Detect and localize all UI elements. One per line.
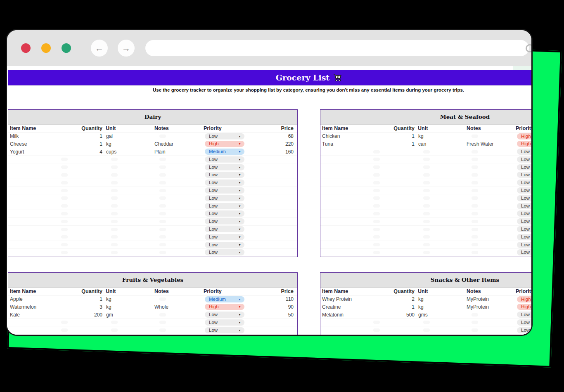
cell-quantity[interactable] (369, 202, 416, 210)
priority-dropdown[interactable]: Low▼ (517, 226, 531, 232)
cell-quantity[interactable]: 500 (369, 311, 416, 319)
cell-unit[interactable] (104, 226, 154, 234)
priority-dropdown[interactable]: Low▼ (205, 172, 244, 178)
cell-quantity[interactable] (369, 194, 416, 202)
cell-price[interactable] (246, 187, 297, 195)
cell-price[interactable]: 50 (246, 311, 297, 319)
priority-dropdown[interactable]: Low▼ (205, 312, 244, 318)
cell-quantity[interactable] (57, 210, 104, 218)
cell-item-name[interactable] (320, 156, 369, 163)
cell-quantity[interactable] (57, 326, 104, 334)
cell-item-name[interactable] (8, 218, 57, 226)
priority-dropdown[interactable]: Low▼ (517, 210, 531, 217)
cell-quantity[interactable]: 1 (369, 303, 416, 311)
cell-quantity[interactable] (369, 241, 416, 249)
cell-notes[interactable] (154, 241, 204, 249)
cell-unit[interactable] (416, 226, 466, 234)
priority-dropdown[interactable]: Low▼ (205, 234, 244, 240)
cell-unit[interactable] (104, 179, 154, 187)
cell-item-name[interactable] (8, 319, 57, 326)
cell-item-name[interactable] (8, 334, 57, 335)
cell-quantity[interactable] (57, 319, 104, 326)
cell-unit[interactable]: gal (104, 132, 154, 140)
cell-price[interactable] (246, 210, 297, 218)
cell-unit[interactable] (104, 218, 154, 226)
cell-item-name[interactable] (8, 202, 57, 210)
cell-unit[interactable]: kg (104, 303, 154, 311)
priority-dropdown[interactable]: Low▼ (205, 226, 244, 232)
priority-dropdown[interactable]: Low▼ (517, 327, 531, 333)
cell-quantity[interactable] (369, 156, 416, 163)
cell-unit[interactable] (104, 171, 154, 179)
cell-quantity[interactable] (57, 194, 104, 202)
cell-notes[interactable] (154, 171, 204, 179)
cell-price[interactable] (246, 226, 297, 234)
cell-notes[interactable] (154, 179, 204, 187)
priority-dropdown[interactable]: Low▼ (205, 179, 244, 186)
cell-quantity[interactable] (369, 326, 416, 334)
cell-unit[interactable] (416, 218, 466, 226)
cell-quantity[interactable]: 2 (369, 295, 416, 303)
cell-notes[interactable] (154, 194, 204, 202)
cell-unit[interactable] (416, 148, 466, 156)
cell-notes[interactable] (466, 179, 516, 187)
cell-item-name[interactable] (8, 163, 57, 171)
cell-quantity[interactable]: 3 (57, 303, 104, 311)
cell-item-name[interactable] (320, 241, 369, 249)
priority-dropdown[interactable]: High▼ (205, 304, 244, 310)
cell-unit[interactable] (416, 156, 466, 163)
cell-quantity[interactable] (369, 171, 416, 179)
cell-quantity[interactable] (369, 163, 416, 171)
cell-notes[interactable] (154, 295, 204, 303)
priority-dropdown[interactable]: Low▼ (517, 242, 531, 248)
priority-dropdown[interactable]: Low▼ (205, 249, 244, 255)
cell-unit[interactable] (104, 156, 154, 163)
cell-price[interactable] (246, 156, 297, 163)
close-window-button[interactable] (21, 43, 31, 53)
cell-unit[interactable] (416, 179, 466, 187)
priority-dropdown[interactable]: Low▼ (205, 203, 244, 209)
cell-item-name[interactable] (8, 156, 57, 163)
priority-dropdown[interactable]: Low▼ (205, 242, 244, 248)
cell-item-name[interactable] (8, 233, 57, 241)
cell-unit[interactable] (416, 241, 466, 249)
cell-unit[interactable] (416, 326, 466, 334)
cell-quantity[interactable] (57, 218, 104, 226)
cell-item-name[interactable] (320, 163, 369, 171)
cell-notes[interactable] (466, 233, 516, 241)
priority-dropdown[interactable]: High▼ (205, 141, 244, 147)
priority-dropdown[interactable]: Low▼ (205, 133, 244, 139)
cell-price[interactable] (246, 194, 297, 202)
cell-notes[interactable] (466, 319, 516, 326)
priority-dropdown[interactable]: Low▼ (517, 312, 531, 318)
cell-item-name[interactable] (320, 194, 369, 202)
cell-notes[interactable] (154, 233, 204, 241)
cell-unit[interactable] (416, 194, 466, 202)
cell-unit[interactable] (416, 233, 466, 241)
priority-dropdown[interactable]: High▼ (517, 133, 531, 139)
priority-dropdown[interactable]: Low▼ (205, 218, 244, 224)
cell-notes[interactable] (466, 163, 516, 171)
cell-item-name[interactable] (320, 233, 369, 241)
cell-notes[interactable]: Plain (154, 148, 204, 156)
cell-unit[interactable]: gm (104, 311, 154, 319)
cell-price[interactable]: 220 (246, 140, 297, 148)
cell-quantity[interactable]: 1 (369, 132, 416, 140)
cell-item-name[interactable]: Tuna (320, 140, 369, 148)
minimize-window-button[interactable] (41, 43, 51, 53)
cell-quantity[interactable] (369, 334, 416, 335)
cell-unit[interactable] (416, 210, 466, 218)
priority-dropdown[interactable]: High▼ (517, 296, 531, 302)
cell-item-name[interactable] (320, 202, 369, 210)
cell-quantity[interactable] (369, 249, 416, 257)
cell-unit[interactable] (104, 194, 154, 202)
cell-price[interactable]: 160 (246, 148, 297, 156)
cell-unit[interactable] (104, 319, 154, 326)
cell-item-name[interactable]: Cheese (8, 140, 57, 148)
cell-quantity[interactable]: 1 (57, 132, 104, 140)
cell-notes[interactable] (154, 326, 204, 334)
priority-dropdown[interactable]: Low▼ (205, 195, 244, 201)
cell-quantity[interactable] (369, 218, 416, 226)
priority-dropdown[interactable]: Low▼ (517, 203, 531, 209)
cell-unit[interactable]: gms (416, 311, 466, 319)
